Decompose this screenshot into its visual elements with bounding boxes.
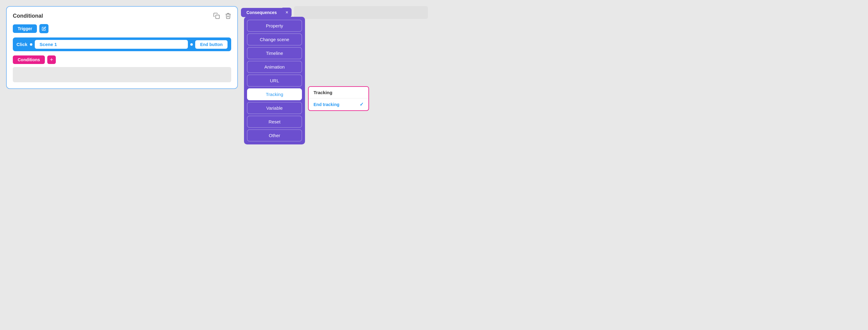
close-consequences-button[interactable]: × xyxy=(282,8,291,18)
dot-separator xyxy=(30,43,32,46)
panel-title: Conditional xyxy=(13,13,231,19)
delete-button[interactable] xyxy=(224,11,232,20)
dropdown-item-change-scene[interactable]: Change scene xyxy=(247,34,302,45)
scene-input[interactable] xyxy=(35,40,188,49)
conditions-row: Conditions + xyxy=(13,56,231,64)
check-icon: ✓ xyxy=(360,101,364,107)
dropdown-item-other[interactable]: Other xyxy=(247,130,302,141)
click-label: Click xyxy=(17,42,27,47)
copy-button[interactable] xyxy=(212,11,221,20)
click-row: Click End button xyxy=(13,37,231,51)
trigger-button[interactable]: Trigger xyxy=(13,24,37,33)
main-container: Conditional Trigger Click End button Con… xyxy=(0,0,434,165)
dropdown-item-property[interactable]: Property xyxy=(247,20,302,32)
conditional-panel: Conditional Trigger Click End button Con… xyxy=(6,6,238,89)
add-condition-button[interactable]: + xyxy=(47,56,56,64)
panel-icons xyxy=(212,11,232,20)
svg-rect-0 xyxy=(216,15,219,19)
dropdown-menu: Property Change scene Timeline Animation… xyxy=(244,17,305,144)
submenu-item-end-tracking[interactable]: End tracking ✓ xyxy=(309,98,368,110)
dropdown-item-timeline[interactable]: Timeline xyxy=(247,47,302,59)
consequences-content xyxy=(294,6,428,19)
dropdown-item-variable[interactable]: Variable xyxy=(247,102,302,114)
dot-separator-2 xyxy=(190,43,193,46)
dropdown-item-tracking[interactable]: Tracking xyxy=(247,88,302,100)
submenu-header: Tracking xyxy=(309,87,368,98)
dropdown-item-url[interactable]: URL xyxy=(247,75,302,87)
dropdown-item-animation[interactable]: Animation xyxy=(247,61,302,73)
trigger-row: Trigger xyxy=(13,24,231,33)
edit-button[interactable] xyxy=(39,24,49,33)
dropdown-item-reset[interactable]: Reset xyxy=(247,116,302,128)
tracking-submenu: Tracking End tracking ✓ xyxy=(308,86,369,111)
conditions-box xyxy=(13,67,231,82)
end-button-tag[interactable]: End button xyxy=(195,40,227,49)
conditions-button[interactable]: Conditions xyxy=(13,56,45,64)
end-tracking-label: End tracking xyxy=(313,102,339,107)
consequences-button[interactable]: Consequences xyxy=(241,8,282,17)
